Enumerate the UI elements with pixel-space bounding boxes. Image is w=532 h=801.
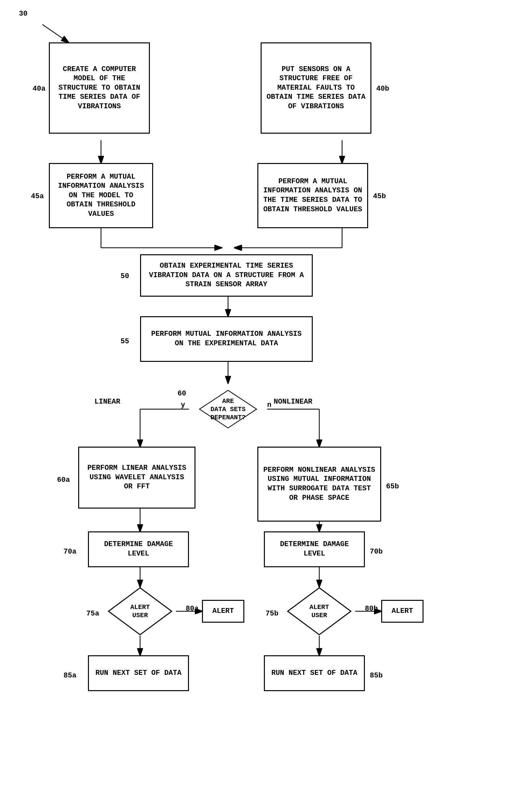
- diamond-75b: ALERTUSER: [287, 587, 352, 636]
- box-80a: ALERT: [202, 600, 244, 623]
- label-y: y: [181, 401, 185, 409]
- box-85a-text: RUN NEXT SET OF DATA: [95, 669, 182, 678]
- label-80a: 80a: [186, 605, 199, 613]
- box-85a: RUN NEXT SET OF DATA: [88, 655, 189, 691]
- label-n: n: [267, 401, 271, 409]
- label-50: 50: [120, 272, 129, 280]
- box-55: PERFORM MUTUAL INFORMATION ANALYSIS ON T…: [140, 316, 313, 362]
- box-40b-text: PUT SENSORS ON A STRUCTURE FREE OF MATER…: [266, 65, 366, 111]
- diamond-75a-text: ALERTUSER: [130, 603, 150, 619]
- diamond-75a: ALERTUSER: [108, 587, 173, 636]
- label-40b: 40b: [376, 85, 389, 93]
- diamond-60-wrap: AREDATA SETSDEPENANT?: [189, 383, 267, 435]
- label-65b: 65b: [386, 483, 399, 491]
- box-60a-text: PERFORM LINEAR ANALYSIS USING WAVELET AN…: [84, 463, 190, 492]
- box-80a-text: ALERT: [212, 607, 234, 616]
- label-30: 30: [19, 10, 27, 18]
- box-45b-text: PERFORM A MUTUAL INFORMATION ANALYSIS ON…: [263, 177, 363, 214]
- box-60a: PERFORM LINEAR ANALYSIS USING WAVELET AN…: [78, 447, 195, 509]
- box-85b: RUN NEXT SET OF DATA: [264, 655, 365, 691]
- box-70a-text: DETERMINE DAMAGE LEVEL: [94, 540, 184, 559]
- label-linear: LINEAR: [94, 398, 120, 406]
- label-85b: 85b: [370, 672, 383, 680]
- box-50: OBTAIN EXPERIMENTAL TIME SERIES VIBRATIO…: [140, 254, 313, 297]
- diamond-60: AREDATA SETSDEPENANT?: [195, 389, 261, 429]
- box-40a: CREATE A COMPUTER MODEL OF THE STRUCTURE…: [49, 42, 150, 134]
- label-80b: 80b: [365, 605, 378, 613]
- label-45a: 45a: [31, 192, 44, 200]
- label-75a: 75a: [86, 609, 99, 618]
- box-70b-text: DETERMINE DAMAGE LEVEL: [269, 540, 359, 559]
- box-40b: PUT SENSORS ON A STRUCTURE FREE OF MATER…: [261, 42, 372, 134]
- label-60: 60: [177, 389, 186, 398]
- svg-line-1: [42, 24, 69, 42]
- box-45a-text: PERFORM A MUTUAL INFORMATION ANALYSIS ON…: [54, 172, 148, 219]
- box-65b: PERFORM NONLINEAR ANALYSIS USING MUTUAL …: [258, 447, 381, 522]
- box-70b: DETERMINE DAMAGE LEVEL: [264, 531, 365, 567]
- diamond-75b-wrap: ALERTUSER: [287, 587, 352, 636]
- box-80b-text: ALERT: [392, 607, 413, 616]
- label-45b: 45b: [373, 192, 386, 200]
- box-45a: PERFORM A MUTUAL INFORMATION ANALYSIS ON…: [49, 163, 153, 228]
- box-65b-text: PERFORM NONLINEAR ANALYSIS USING MUTUAL …: [263, 466, 376, 503]
- box-45b: PERFORM A MUTUAL INFORMATION ANALYSIS ON…: [258, 163, 368, 228]
- box-85b-text: RUN NEXT SET OF DATA: [271, 669, 357, 678]
- box-50-text: OBTAIN EXPERIMENTAL TIME SERIES VIBRATIO…: [146, 261, 307, 290]
- label-55: 55: [120, 338, 129, 346]
- label-nonlinear: NONLINEAR: [274, 398, 312, 406]
- label-75b: 75b: [266, 609, 279, 618]
- diagram-container: 30 CREATE A COMPUTER MODEL OF THE STRUCT…: [0, 0, 532, 801]
- diamond-60-text: AREDATA SETSDEPENANT?: [210, 397, 246, 421]
- diamond-75b-text: ALERTUSER: [309, 603, 329, 619]
- box-80b: ALERT: [381, 600, 423, 623]
- label-70b: 70b: [370, 548, 383, 556]
- diamond-75a-wrap: ALERTUSER: [108, 587, 173, 636]
- label-40a: 40a: [33, 85, 45, 93]
- box-40a-text: CREATE A COMPUTER MODEL OF THE STRUCTURE…: [54, 65, 144, 111]
- label-70a: 70a: [63, 548, 77, 556]
- box-70a: DETERMINE DAMAGE LEVEL: [88, 531, 189, 567]
- label-60a: 60a: [57, 476, 70, 484]
- label-85a: 85a: [63, 672, 77, 680]
- box-55-text: PERFORM MUTUAL INFORMATION ANALYSIS ON T…: [146, 330, 307, 348]
